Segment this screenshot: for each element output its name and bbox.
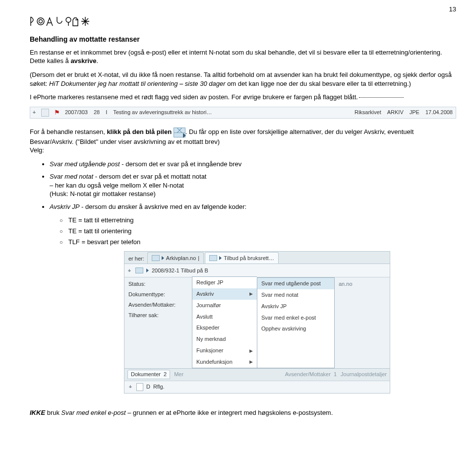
breadcrumb-label: er her: <box>126 254 146 264</box>
row-avdeling: ARKIV <box>384 109 407 116</box>
doc-icon-cell <box>38 109 52 117</box>
row-title: Testing av avleveringsuttrekk av histori… <box>110 109 352 116</box>
row-dato: 17.04.2008 <box>422 109 456 116</box>
bullet-label: Svar med notat <box>50 173 93 180</box>
para-2-b: om det kan ligge noe der du skal besvare… <box>226 80 411 87</box>
menu-item-rediger[interactable]: Rediger JP <box>192 277 257 288</box>
menu-item-ekspeder[interactable]: Ekspeder <box>192 322 257 333</box>
code-list: TE = tatt til etterretning TE = tatt til… <box>60 216 456 246</box>
tab-label: Dokumenter <box>131 371 161 377</box>
tab-count: 1 <box>334 371 337 377</box>
left-label: Status: <box>128 280 188 288</box>
tab-mer[interactable]: Mer <box>174 371 183 378</box>
tab-count: 2 <box>164 371 167 377</box>
tab-journalpost[interactable]: Journalpostdetaljer <box>341 371 387 378</box>
submenu-avskriv-jp[interactable]: Avskriv JP <box>257 301 334 312</box>
right-panel: an.no <box>335 277 390 368</box>
para-4-bold: klikk på den blå pilen <box>107 128 172 135</box>
code-item: TE = tatt til orientering <box>60 227 456 236</box>
expander-icon[interactable]: + <box>127 383 133 391</box>
submenu-opphev[interactable]: Opphev avskriving <box>257 323 334 334</box>
menu-item-journalfor[interactable]: Journalfør <box>192 300 257 311</box>
para-1-b: . <box>96 57 98 65</box>
envelope-icon <box>135 267 143 273</box>
tab-bar: er her: Arkivplan.no | Tilbud på bruksre… <box>124 252 390 264</box>
bullet-sub1: – her kan du også velge mellom X eller N… <box>50 182 184 189</box>
bullet-label: Avskriv JP <box>50 203 79 210</box>
para-1-bold: avskrive <box>70 57 96 65</box>
header-glyphs <box>30 15 456 28</box>
left-label: Tilhører sak: <box>128 312 188 319</box>
app-window: er her: Arkivplan.no | Tilbud på bruksre… <box>124 251 390 394</box>
final-note: IKKE bruk Svar med enkel e-post – grunne… <box>30 408 456 417</box>
left-label: Dokumenttype: <box>128 291 188 298</box>
page-number: 13 <box>449 5 456 14</box>
final-b: bruk <box>45 409 61 416</box>
row-init: JPE <box>407 109 422 116</box>
list-item: Svar med notat - dersom det er svar på e… <box>50 172 456 199</box>
context-menu: Rediger JP Avskriv▶ Journalfør Avslutt E… <box>192 276 257 368</box>
svg-point-0 <box>37 18 44 25</box>
svg-point-2 <box>66 17 71 22</box>
menu-item-kundefunksjon[interactable]: Kundefunksjon▶ <box>192 356 257 368</box>
chevron-right-icon: ▶ <box>249 291 253 297</box>
expander-icon[interactable]: + <box>126 267 132 274</box>
bottom-tabs: Dokumenter 2 Mer Avsender/Mottaker 1 Jou… <box>124 368 390 381</box>
menu-item-funksjoner[interactable]: Funksjoner▶ <box>192 345 257 356</box>
tab-separator: | <box>198 255 199 262</box>
docrow-title: 2008/932-1 Tilbud på B <box>152 267 388 274</box>
tab-label: Tilbud på bruksrett… <box>224 255 274 262</box>
saknr: 2007/303 <box>62 109 91 116</box>
chevron-right-icon <box>146 268 149 272</box>
svg-point-1 <box>39 20 43 23</box>
flag-icon: ⚑ <box>52 108 62 117</box>
expander-icon[interactable]: + <box>30 109 38 116</box>
chevron-right-icon <box>162 256 164 260</box>
submenu-svar-notat[interactable]: Svar med notat <box>257 289 334 301</box>
submenu-svar-epost[interactable]: Svar med enkel e-post <box>257 312 334 324</box>
para-1: En restanse er et innkommet brev (også e… <box>30 48 456 66</box>
para-4: For å behandle restansen, klikk på den b… <box>30 128 456 155</box>
list-item: Svar med utgående post - dersom det er s… <box>50 160 456 169</box>
para-4-a: For å behandle restansen, <box>30 128 107 135</box>
para-3-text: I ePhorte markeres restansene med et rød… <box>30 93 358 101</box>
menu-item-label: Avskriv <box>196 290 214 298</box>
tab-tilbud[interactable]: Tilbud på bruksrett… <box>205 252 279 264</box>
menu-item-avslutt[interactable]: Avslutt <box>192 311 257 323</box>
tiny-rflg: Rflg. <box>153 383 165 391</box>
submenu-svar-utgaende[interactable]: Svar med utgående post <box>257 278 334 289</box>
code-item: TE = tatt til etterretning <box>60 216 456 225</box>
final-c: – grunnen er at ePhorte ikke er integrer… <box>126 409 333 416</box>
menu-item-label: Kundefunksjon <box>196 358 233 366</box>
tab-avsender[interactable]: Avsender/Mottaker 1 <box>285 371 337 378</box>
envelope-arrow-icon[interactable] <box>174 128 185 137</box>
document-row[interactable]: + 2008/932-1 Tilbud på B <box>124 264 390 277</box>
tiny-row[interactable]: + D Rflg. <box>124 381 390 393</box>
para-2: (Dersom det er brukt et X-notat, vil du … <box>30 70 456 88</box>
tab-label: Avsender/Mottaker <box>285 371 331 377</box>
col3: I <box>103 109 110 116</box>
chevron-right-icon: ▶ <box>249 348 253 354</box>
leader-line <box>359 97 404 98</box>
row-mottaker: Riksarkivet <box>352 109 384 116</box>
menu-item-avskriv[interactable]: Avskriv▶ <box>192 288 257 300</box>
list-row[interactable]: + ⚑ 2007/303 28 I Testing av avleverings… <box>30 107 456 119</box>
para-4-velg: Velg: <box>30 146 44 154</box>
code-item: TLF = besvart per telefon <box>60 238 456 247</box>
menu-item-merknad[interactable]: Ny merknad <box>192 333 257 345</box>
bullet-text: - dersom det er svar på et mottatt notat <box>93 173 206 180</box>
bullet-label: Svar med utgående post <box>50 160 120 168</box>
menu-item-label: Funksjoner <box>196 347 223 354</box>
bullet-sub2: (Husk: N-notat gir mottaker restanse) <box>50 190 156 198</box>
bullet-text: - dersom det er svar på et inngående bre… <box>120 160 242 168</box>
tab-dokumenter[interactable]: Dokumenter 2 <box>127 370 170 379</box>
tab-arkivplan[interactable]: Arkivplan.no | <box>147 252 204 264</box>
docrow-right-text: an.no <box>339 280 386 288</box>
para-2-italic: HiT Dokumenter jeg har mottatt til orien… <box>49 80 226 87</box>
final-italic: Svar med enkel e-post <box>61 409 126 416</box>
envelope-icon <box>209 255 217 261</box>
final-bold: IKKE <box>30 409 45 416</box>
tiny-d: D <box>146 383 150 391</box>
para-3: I ePhorte markeres restansene med et rød… <box>30 93 456 102</box>
bullet-list: Svar med utgående post - dersom det er s… <box>50 160 456 211</box>
